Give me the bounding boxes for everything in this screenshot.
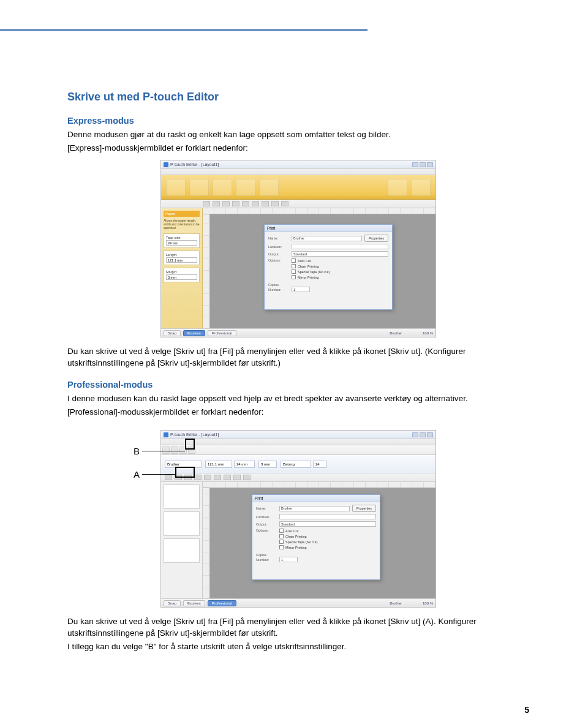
printer-name-label: Name: [256, 507, 277, 510]
font-size-input: 24 [313, 461, 326, 468]
app-icon [164, 162, 168, 167]
menu-bar [161, 439, 435, 445]
new-icon [162, 446, 170, 454]
margin-input: 3 mm [258, 461, 277, 468]
number-value: 1 [292, 287, 310, 292]
tool-box-icon [232, 201, 239, 206]
app-title: P-touch Editor - [Layout1] [170, 162, 219, 167]
professional-screenshot: P-touch Editor - [Layout1] Brother 121.1… [160, 430, 436, 608]
express-intro-1: Denne modusen gjør at du raskt og enkelt… [67, 129, 529, 140]
checkbox-icon [292, 264, 296, 268]
maximize-icon [420, 432, 426, 437]
callout-b-line [142, 451, 185, 451]
printer-name-label: Name: [268, 236, 289, 240]
ribbon-paper-icon [166, 179, 186, 196]
location-value [292, 244, 388, 249]
output-value: Standard [279, 521, 376, 527]
app-title: P-touch Editor - [Layout1] [170, 432, 219, 437]
ribbon-frame-icon [213, 179, 232, 196]
margin-value: 3 mm [166, 274, 197, 280]
length-value: 121.1 mm [166, 257, 197, 263]
ruler-horizontal [203, 482, 435, 488]
tab-express: Express [183, 600, 205, 606]
opt-chain: Chain Printing [298, 265, 319, 268]
ruler-horizontal [203, 208, 435, 214]
location-label: Location: [256, 515, 277, 519]
express-heading: Express-modus [67, 116, 529, 126]
minimize-icon [412, 162, 418, 167]
tool-arrow-icon [165, 475, 172, 480]
tool-shape-icon [242, 201, 249, 206]
express-screenshot: P-touch Editor - [Layout1] [160, 160, 436, 337]
sidebar-heading: Paper [164, 211, 200, 217]
professional-intro-1: I denne modusen kan du raskt lage oppset… [67, 393, 529, 404]
callout-b-label: B [134, 446, 140, 456]
tool-image-icon [214, 475, 221, 480]
ribbon-print-icon [388, 179, 407, 196]
tool-shape-icon [204, 475, 211, 480]
opt-autocut: Auto Cut [285, 529, 298, 533]
close-icon [427, 162, 433, 167]
professional-after-1: Du kan skrive ut ved å velge [Skriv ut] … [67, 616, 529, 638]
number-label: Number: [268, 288, 289, 292]
tab-snap: Snap [164, 330, 181, 336]
properties-button: Properties [364, 235, 388, 242]
margin-label: Margin: [166, 270, 197, 274]
page-content: Skrive ut med P-touch Editor Express-mod… [0, 0, 588, 679]
window-footer: Snap Express Professional Brother 100 % [161, 598, 435, 607]
ribbon-text-icon [189, 179, 209, 196]
minimize-icon [412, 432, 418, 437]
express-sidebar: Paper Allows the paper length, width and… [161, 208, 203, 328]
property-toolbar: Brother 121.1 mm 24 mm 3 mm Batang 24 [161, 455, 435, 473]
close-icon [427, 432, 433, 437]
professional-sidebar [161, 482, 203, 598]
ruler-vertical [203, 488, 210, 598]
checkbox-icon [292, 258, 296, 263]
window-titlebar: P-touch Editor - [Layout1] [161, 431, 435, 439]
drawing-toolbar [161, 473, 435, 482]
callout-a-box [175, 467, 195, 478]
footer-zoom: 100 % [423, 331, 433, 335]
opt-autocut: Auto Cut [298, 259, 311, 263]
callout-a-label: A [134, 469, 140, 480]
output-label: Output: [268, 252, 289, 256]
menu-bar [161, 169, 435, 175]
tab-professional: Professional [208, 330, 236, 336]
print-dialog: Print Name: Brother Properties Location: [252, 494, 380, 580]
checkbox-icon [292, 269, 296, 274]
professional-intro-2: [Professional]-modusskjermbildet er fork… [67, 407, 529, 418]
footer-zoom: 100 % [423, 601, 433, 605]
tool-cut-icon [262, 201, 269, 206]
tool-image-icon [252, 201, 259, 206]
checkbox-icon [279, 545, 284, 549]
opt-mirror: Mirror Printing [285, 546, 307, 549]
tool-paste-icon [281, 201, 288, 206]
footer-printer: Brother [390, 331, 402, 335]
tool-copy-icon [271, 201, 279, 206]
font-select: Batang [281, 461, 311, 468]
tab-snap: Snap [164, 600, 181, 606]
window-titlebar: P-touch Editor - [Layout1] [161, 160, 435, 169]
tool-box-icon [194, 475, 202, 480]
maximize-icon [420, 162, 426, 167]
properties-button: Properties [352, 505, 376, 512]
page-number: 5 [524, 705, 529, 715]
checkbox-icon [279, 540, 284, 544]
length-label: Length: [166, 253, 197, 257]
ruler-vertical [203, 214, 210, 328]
print-dialog-title: Print [265, 225, 392, 232]
tool-text-icon [213, 201, 220, 206]
width-input: 24 mm [234, 461, 255, 468]
output-value: Standard [292, 251, 388, 257]
checkbox-icon [279, 534, 284, 538]
checkbox-icon [279, 529, 284, 533]
express-intro-2: [Express]-modusskjermbildet er forklart … [67, 143, 529, 154]
page-title: Skrive ut med P-touch Editor [67, 91, 529, 104]
standard-toolbar [161, 445, 435, 455]
opt-special: Special Tape (No cut) [285, 540, 317, 544]
print-dialog: Print Name: Brother Properties Location: [264, 224, 393, 310]
location-value [279, 514, 376, 519]
express-canvas: Print Name: Brother Properties Location: [203, 208, 435, 328]
header-rule [0, 29, 368, 31]
options-label: Options: [256, 529, 277, 532]
